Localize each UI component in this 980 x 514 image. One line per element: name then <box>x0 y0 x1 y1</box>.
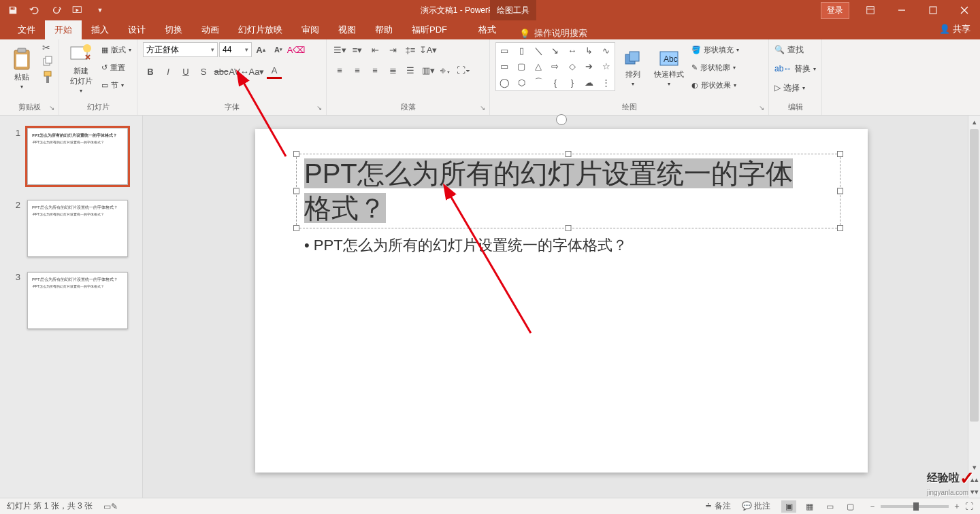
tab-foxit-pdf[interactable]: 福昕PDF <box>402 20 457 39</box>
arrange-button[interactable]: 排列▾ <box>619 42 647 95</box>
cut-icon[interactable]: ✂ <box>42 42 53 53</box>
shape-rarrow-icon[interactable]: ⇨ <box>547 58 564 74</box>
shape-triangle-icon[interactable]: △ <box>530 58 547 74</box>
dialog-launcher-icon[interactable]: ↘ <box>478 104 487 112</box>
sorter-view-icon[interactable]: ▦ <box>802 500 817 513</box>
shape-oval-icon[interactable]: ◯ <box>496 75 513 90</box>
shape-rounded-rect-icon[interactable]: ▢ <box>513 58 530 74</box>
spellcheck-icon[interactable]: ▭✎ <box>103 502 118 511</box>
slide-thumbnail[interactable]: PPT怎么为所有的幻灯片设置统一的字体格式？·PPT怎么为所有的幻灯片设置统一的… <box>27 272 128 329</box>
shape-hex-icon[interactable]: ⬡ <box>513 75 530 90</box>
bold-icon[interactable]: B <box>143 64 158 79</box>
clear-format-icon[interactable]: A⌫ <box>289 42 304 57</box>
qat-dropdown-icon[interactable]: ▼ <box>94 4 106 16</box>
scrollbar-thumb[interactable] <box>970 129 979 422</box>
redo-icon[interactable] <box>50 4 63 16</box>
columns-icon[interactable]: ▥▾ <box>421 63 436 78</box>
shape-double-arrow-icon[interactable]: ↔ <box>564 43 581 58</box>
share-button[interactable]: 👤 共享 <box>939 23 970 35</box>
slide-thumbnails-panel[interactable]: 1 PPT怎么为所有的幻灯片设置统一的字体格式？·PPT怎么为所有的幻灯片设置统… <box>0 116 143 498</box>
scroll-up-icon[interactable]: ▴ <box>968 116 980 128</box>
slide[interactable]: PPT怎么为所有的幻灯片设置统一的字体格式？ PPT怎么为所有的幻灯片设置统一的… <box>255 129 868 473</box>
tab-design[interactable]: 设计 <box>118 20 155 39</box>
minimize-icon[interactable] <box>886 0 917 20</box>
thumbnail-row[interactable]: 1 PPT怎么为所有的幻灯片设置统一的字体格式？·PPT怎么为所有的幻灯片设置统… <box>0 125 142 197</box>
align-center-icon[interactable]: ≡ <box>350 63 365 78</box>
smartart-icon[interactable]: ⛶▾ <box>456 63 471 78</box>
shapes-gallery[interactable]: ▭▯＼↘↔↳∿ ▭▢△⇨◇➔☆ ◯⬡⌒{}☁⋮ <box>495 42 615 91</box>
shape-callout-icon[interactable]: ☁ <box>581 75 598 90</box>
change-case-icon[interactable]: Aa▾ <box>249 64 264 79</box>
find-button[interactable]: 🔍查找 <box>774 42 816 57</box>
slideshow-view-icon[interactable]: ▢ <box>843 500 858 513</box>
tab-format[interactable]: 格式 <box>469 20 506 39</box>
zoom-slider-thumb[interactable] <box>913 502 919 511</box>
shape-connector-icon[interactable]: ↳ <box>581 43 598 58</box>
resize-handle[interactable] <box>293 151 299 157</box>
zoom-slider[interactable] <box>881 505 949 508</box>
comments-button[interactable]: 💬 批注 <box>742 500 770 512</box>
resize-handle[interactable] <box>293 188 299 194</box>
select-button[interactable]: ▷选择▾ <box>774 80 816 95</box>
normal-view-icon[interactable]: ▣ <box>781 500 796 513</box>
format-painter-icon[interactable] <box>42 71 53 86</box>
vertical-scrollbar[interactable]: ▴ ▾ ▴▴ ▾▾ <box>968 116 980 498</box>
resize-handle[interactable] <box>837 188 843 194</box>
start-from-beginning-icon[interactable] <box>72 4 84 16</box>
maximize-icon[interactable] <box>917 0 949 20</box>
shape-text-vert-icon[interactable]: ▯ <box>513 43 530 58</box>
thumbnail-row[interactable]: 2 PPT怎么为所有的幻灯片设置统一的字体格式？·PPT怎么为所有的幻灯片设置统… <box>0 197 142 269</box>
dialog-launcher-icon[interactable]: ↘ <box>757 104 766 112</box>
tab-view[interactable]: 视图 <box>329 20 365 39</box>
tab-file[interactable]: 文件 <box>8 20 45 39</box>
undo-icon[interactable] <box>29 4 41 16</box>
rotation-handle[interactable] <box>556 114 567 125</box>
shape-text-box-icon[interactable]: ▭ <box>496 43 513 58</box>
replace-button[interactable]: ab↔替换▾ <box>774 61 816 76</box>
slide-thumbnail[interactable]: PPT怎么为所有的幻灯片设置统一的字体格式？·PPT怎么为所有的幻灯片设置统一的… <box>27 200 128 257</box>
tab-help[interactable]: 帮助 <box>365 20 402 39</box>
tab-transition[interactable]: 切换 <box>155 20 192 39</box>
bullets-icon[interactable]: ☰▾ <box>332 42 347 57</box>
shape-brace-l-icon[interactable]: { <box>547 75 564 90</box>
tell-me-search[interactable]: 💡 操作说明搜索 <box>519 27 587 39</box>
notes-button[interactable]: ≐ 备注 <box>705 500 730 512</box>
shape-rect-icon[interactable]: ▭ <box>496 58 513 74</box>
shape-fill-button[interactable]: 🪣形状填充▾ <box>691 42 739 57</box>
char-spacing-icon[interactable]: AV↔ <box>231 64 246 79</box>
font-color-icon[interactable]: A <box>267 64 282 79</box>
increase-indent-icon[interactable]: ⇥ <box>385 42 400 57</box>
increase-font-icon[interactable]: A▴ <box>253 42 268 57</box>
section-button[interactable]: ▭节▾ <box>101 78 131 92</box>
resize-handle[interactable] <box>566 225 572 231</box>
save-icon[interactable] <box>7 4 19 16</box>
tab-review[interactable]: 审阅 <box>292 20 329 39</box>
gallery-more-icon[interactable]: ⋮ <box>598 75 615 90</box>
underline-icon[interactable]: U <box>178 64 193 79</box>
font-size-select[interactable]: 44▾ <box>219 42 252 57</box>
slide-title-text[interactable]: PPT怎么为所有的幻灯片设置统一的字体格式？ <box>304 156 827 226</box>
shape-arrow-line-icon[interactable]: ↘ <box>547 43 564 58</box>
zoom-control[interactable]: － ＋ ⛶ <box>868 500 973 512</box>
shape-star-icon[interactable]: ☆ <box>598 58 615 74</box>
tab-animation[interactable]: 动画 <box>192 20 229 39</box>
zoom-in-icon[interactable]: ＋ <box>953 500 961 512</box>
italic-icon[interactable]: I <box>161 64 176 79</box>
numbering-icon[interactable]: ≡▾ <box>350 42 365 57</box>
shape-arrow-icon[interactable]: ➔ <box>581 58 598 74</box>
slide-canvas-area[interactable]: PPT怎么为所有的幻灯片设置统一的字体格式？ PPT怎么为所有的幻灯片设置统一的… <box>143 116 980 498</box>
decrease-indent-icon[interactable]: ⇤ <box>368 42 382 57</box>
align-right-icon[interactable]: ≡ <box>368 63 382 78</box>
shape-diamond-icon[interactable]: ◇ <box>564 58 581 74</box>
reset-button[interactable]: ↺重置 <box>101 60 131 75</box>
shape-curve-icon[interactable]: ∿ <box>598 43 615 58</box>
font-name-select[interactable]: 方正舒体▾ <box>143 42 218 57</box>
strikethrough-icon[interactable]: abc <box>214 64 229 79</box>
copy-icon[interactable] <box>42 56 53 68</box>
resize-handle[interactable] <box>837 225 843 231</box>
ribbon-options-icon[interactable] <box>855 0 886 20</box>
shape-arc-icon[interactable]: ⌒ <box>530 75 547 90</box>
layout-button[interactable]: ▦版式▾ <box>101 42 131 57</box>
line-spacing-icon[interactable]: ‡≡ <box>403 42 418 57</box>
justify-icon[interactable]: ≣ <box>385 63 400 78</box>
